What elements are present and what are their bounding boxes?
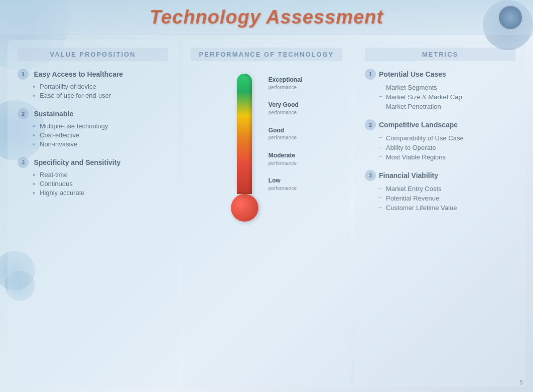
- list-item: Real-time: [33, 171, 168, 178]
- right-panel: METRICS 1 Potential Use Cases Market Seg…: [355, 40, 525, 387]
- thermometer-container: Exceptional performance Very Good perfor…: [231, 74, 302, 222]
- right-section-3-list: Market Entry Costs Potential Revenue Cus…: [365, 185, 515, 212]
- thermometer-bulb: [231, 194, 258, 222]
- list-item: Market Segments: [379, 84, 515, 91]
- section-2-number: 2: [18, 108, 29, 119]
- list-item: Market Penetration: [379, 103, 515, 110]
- section-3-list: Real-time Continuous Highly accurate: [18, 171, 168, 197]
- left-panel: VALUE PROPOSITION 1 Easy Access to Healt…: [8, 40, 178, 387]
- section-1-list: Portability of device Ease of use for en…: [18, 83, 168, 99]
- right-section-3-header: 3 Financial Viability: [365, 170, 515, 181]
- right-section-1-title: Potential Use Cases: [379, 70, 446, 78]
- main-content: VALUE PROPOSITION 1 Easy Access to Healt…: [0, 35, 533, 392]
- right-section-1-list: Market Segments Market Size & Market Cap…: [365, 84, 515, 110]
- right-section-1-number: 1: [365, 69, 376, 80]
- thermo-label-3: Moderate performance: [269, 152, 302, 166]
- avatar: [498, 5, 523, 30]
- list-item: Highly accurate: [33, 189, 168, 197]
- page-title: Technology Assessment: [150, 7, 383, 28]
- right-section-1: 1 Potential Use Cases Market Segments Ma…: [365, 69, 515, 110]
- right-section-3-number: 3: [365, 170, 376, 181]
- list-item: Non-invasive: [33, 140, 168, 148]
- right-section-3: 3 Financial Viability Market Entry Costs…: [365, 170, 515, 212]
- section-3: 3 Specificity and Sensitivity Real-time …: [18, 157, 168, 197]
- list-item: Customer Lifetime Value: [379, 204, 515, 212]
- center-panel: PERFORMANCE OF TECHNOLOGY Exceptional pe…: [183, 40, 350, 387]
- section-1-number: 1: [18, 69, 29, 80]
- section-3-title: Specificity and Sensitivity: [34, 158, 120, 166]
- section-1: 1 Easy Access to Healthcare Portability …: [18, 69, 168, 99]
- list-item: Ease of use for end-user: [33, 92, 168, 99]
- list-item: Comparability of Use Case: [379, 134, 515, 142]
- right-section-2-number: 2: [365, 119, 376, 130]
- center-panel-heading: PERFORMANCE OF TECHNOLOGY: [191, 48, 342, 61]
- list-item: Portability of device: [33, 83, 168, 90]
- thermometer: [231, 74, 258, 222]
- right-section-2-title: Competitive Landscape: [379, 121, 458, 129]
- section-2-list: Multiple-use technology Cost-effective N…: [18, 122, 168, 148]
- header: Technology Assessment: [0, 0, 533, 35]
- section-1-title: Easy Access to Healthcare: [34, 70, 123, 78]
- right-section-1-header: 1 Potential Use Cases: [365, 69, 515, 80]
- section-3-number: 3: [18, 157, 29, 168]
- thermo-label-2: Good performance: [269, 127, 302, 141]
- list-item: Continuous: [33, 180, 168, 187]
- list-item: Most Viable Regions: [379, 153, 515, 161]
- thermo-label-4: Low performance: [269, 177, 302, 191]
- section-2: 2 Sustainable Multiple-use technology Co…: [18, 108, 168, 148]
- thermo-label-0: Exceptional performance: [269, 76, 302, 91]
- right-section-2-list: Comparability of Use Case Ability to Ope…: [365, 134, 515, 161]
- list-item: Market Size & Market Cap: [379, 93, 515, 101]
- thermometer-labels: Exceptional performance Very Good perfor…: [269, 74, 302, 194]
- list-item: Cost-effective: [33, 131, 168, 139]
- list-item: Potential Revenue: [379, 194, 515, 202]
- right-section-2: 2 Competitive Landscape Comparability of…: [365, 119, 515, 161]
- right-section-3-title: Financial Viability: [379, 171, 438, 179]
- thermo-label-1: Very Good performance: [269, 101, 302, 116]
- right-panel-heading: METRICS: [365, 48, 515, 61]
- left-panel-heading: VALUE PROPOSITION: [18, 48, 168, 61]
- thermometer-tube: [237, 74, 252, 194]
- list-item: Multiple-use technology: [33, 122, 168, 130]
- right-section-2-header: 2 Competitive Landscape: [365, 119, 515, 130]
- section-2-title: Sustainable: [34, 110, 73, 118]
- list-item: Ability to Operate: [379, 144, 515, 151]
- list-item: Market Entry Costs: [379, 185, 515, 192]
- page-number: 5: [519, 379, 523, 386]
